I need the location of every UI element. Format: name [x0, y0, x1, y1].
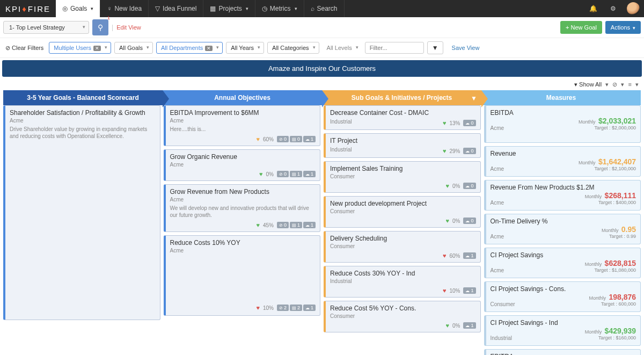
filter-goals[interactable]: All Goals: [114, 42, 153, 54]
project-card[interactable]: Implement Sales Training Consumer ♥0%☁0: [324, 161, 481, 193]
pill-count: 1: [311, 171, 313, 177]
header-sub-label: Sub Goals & Initiatives / Projects: [352, 94, 452, 102]
funnel-icon: ▽: [155, 5, 160, 12]
header-measures[interactable]: Measures: [481, 90, 641, 105]
chevron-down-icon[interactable]: ▾: [621, 81, 624, 88]
avatar[interactable]: [627, 2, 640, 15]
nav-metrics-label: Metrics: [270, 5, 291, 12]
measure-card[interactable]: Revenue From New Products $1.2M Monthly …: [484, 180, 641, 211]
filter-text-input[interactable]: [365, 42, 424, 54]
project-card[interactable]: Reduce Costs 30% YOY - Ind Industrial ♥1…: [324, 266, 481, 298]
chevron-down-icon[interactable]: ▾: [605, 81, 609, 88]
remove-filter-icon[interactable]: ✕: [93, 46, 101, 51]
nav-goals-label: Goals: [70, 5, 87, 12]
funnel-icon[interactable]: ▼: [471, 95, 477, 102]
pill-count: 1: [311, 136, 313, 142]
remove-filter-icon[interactable]: ✕: [205, 46, 213, 51]
project-card[interactable]: Delivery Scheduling Consumer ♥60%☁1: [324, 231, 481, 263]
filter-funnel-button[interactable]: ▼: [427, 41, 443, 54]
pill-group: ⊘0 ▤0 ☁1: [277, 136, 316, 142]
header-annual-objectives[interactable]: Annual Objectives: [163, 90, 322, 105]
sliders-icon: ⚲: [98, 23, 103, 32]
settings-button[interactable]: ⚙: [604, 0, 623, 17]
logo-text-1: KPI: [5, 4, 21, 13]
measure-card[interactable]: EBITDA Monthly $2,033,021 AcmeTarget : $…: [484, 349, 641, 355]
pill-count: 2: [297, 305, 300, 310]
pill-count: 1: [471, 323, 473, 328]
card-title: Revenue: [491, 150, 636, 157]
heart-icon: ♥: [443, 148, 447, 154]
actions-button[interactable]: Actions ▾: [605, 21, 641, 34]
measure-target: Target : $160,000: [598, 335, 636, 343]
goal-card[interactable]: Shareholder Satisfaction / Profitability…: [3, 105, 160, 320]
list-icon[interactable]: ≡: [628, 81, 632, 88]
project-card[interactable]: Decrease Container Cost - DMAIC Industri…: [324, 105, 481, 130]
list-icon: ▤: [292, 306, 296, 310]
goal-card[interactable]: Grow Revenue from New Products Acme We w…: [164, 184, 321, 232]
new-goal-button[interactable]: + New Goal: [560, 21, 602, 34]
block-icon: ⊘: [279, 137, 283, 142]
nav-search-label: Search: [317, 5, 338, 12]
heart-icon: ♥: [446, 218, 450, 224]
card-title: EBITDA: [491, 353, 636, 355]
goal-card[interactable]: Reduce Costs 10% YOY Acme ♥10% ⊘2 ▤2 ☁1: [164, 235, 321, 316]
nav-idea-funnel[interactable]: ▽ Idea Funnel: [149, 0, 203, 17]
header-year-goals[interactable]: 3-5 Year Goals - Balanced Scorecard: [3, 90, 163, 105]
edit-view-link[interactable]: Edit View: [116, 24, 141, 31]
chevron-down-icon[interactable]: ▾: [635, 81, 639, 88]
list-icon: ▤: [292, 137, 296, 142]
measure-card[interactable]: On-Time Delivery % Monthly 0.95 AcmeTarg…: [484, 214, 641, 244]
clear-filters-button[interactable]: ⊘Clear Filters: [3, 45, 46, 52]
pill-group: ⊘2 ▤2 ☁1: [277, 305, 316, 311]
list-icon: ▤: [292, 172, 296, 177]
measure-card[interactable]: CI Project Savings Monthly $628,815 Acme…: [484, 248, 641, 278]
measure-target: Target : 0.99: [609, 234, 636, 242]
project-card[interactable]: Reduce Cost 5% YOY - Cons. Consumer ♥0%☁…: [324, 301, 481, 332]
project-card[interactable]: New product development Project Consumer…: [324, 196, 481, 228]
block-icon[interactable]: ⊘: [612, 81, 617, 88]
card-sub: Acme: [491, 200, 504, 206]
measure-value: 0.95: [621, 225, 636, 234]
col-sub-goals: Decrease Container Cost - DMAIC Industri…: [324, 105, 481, 355]
show-all-link[interactable]: Show All: [579, 81, 602, 88]
measure-target: Target : $400,000: [598, 200, 636, 208]
card-sub: Acme: [10, 118, 156, 124]
nav-metrics[interactable]: ◷ Metrics▾: [255, 0, 304, 17]
save-view-link[interactable]: Save View: [452, 45, 480, 51]
goal-card[interactable]: EBITDA Improvement to $6MM Acme Here....…: [164, 105, 321, 146]
card-title: Reduce Costs 30% YOY - Ind: [330, 270, 476, 277]
measure-card[interactable]: CI Project Savings - Ind Monthly $429,93…: [484, 315, 641, 346]
project-card[interactable]: IT Project Industrial ♥29%☁0: [324, 133, 481, 158]
filter-categories[interactable]: All Categories: [267, 42, 319, 54]
filter-users[interactable]: Multiple Users✕: [49, 42, 111, 54]
measure-card[interactable]: CI Project Savings - Cons. Monthly 198,8…: [484, 281, 641, 312]
notifications-button[interactable]: 🔔: [583, 0, 604, 17]
pill-count: 0: [284, 222, 287, 228]
filter-departments-label: All Departments: [161, 45, 203, 51]
measure-target: Target : $2,100,000: [594, 166, 636, 174]
nav-goals[interactable]: ◎ Goals▾: [56, 0, 100, 17]
logo[interactable]: KPI ♦ FIRE: [0, 0, 56, 17]
header-sub-goals[interactable]: Sub Goals & Initiatives / Projects▼: [322, 90, 481, 105]
nav-projects[interactable]: ▦ Projects▾: [203, 0, 255, 17]
filter-departments[interactable]: All Departments✕: [156, 42, 223, 54]
measure-card[interactable]: EBITDA Monthly $2,033,021 AcmeTarget : $…: [484, 105, 641, 143]
strategy-select[interactable]: 1- Top Level Strategy: [3, 21, 89, 34]
filter-levels[interactable]: All Levels: [323, 42, 362, 53]
block-icon: ⊘: [279, 172, 283, 177]
goal-card[interactable]: Grow Organic Revenue Acme ♥0% ⊘0 ▤1 ☁1: [164, 149, 321, 181]
settings-toggle-button[interactable]: ⚲: [92, 19, 108, 35]
pill-count: 1: [297, 171, 300, 177]
sub-bar: 1- Top Level Strategy ⚲ 1 | Edit View + …: [0, 17, 644, 38]
pill-count: 0: [471, 148, 473, 154]
card-sub: Acme: [170, 248, 316, 253]
card-title: IT Project: [330, 137, 476, 144]
measure-card[interactable]: Revenue Monthly $1,642,407 AcmeTarget : …: [484, 146, 641, 177]
filter-years[interactable]: All Years: [226, 42, 264, 54]
pill-count: 1: [471, 288, 473, 293]
show-all-row: ▾ Show All ▾ ⊘ ▾ ≡ ▾: [0, 79, 644, 90]
measure-freq: Monthly: [602, 228, 619, 233]
card-sub: Industrial: [330, 278, 476, 284]
nav-search[interactable]: ⌕ Search: [304, 0, 345, 17]
card-pct: 0%: [452, 183, 460, 189]
